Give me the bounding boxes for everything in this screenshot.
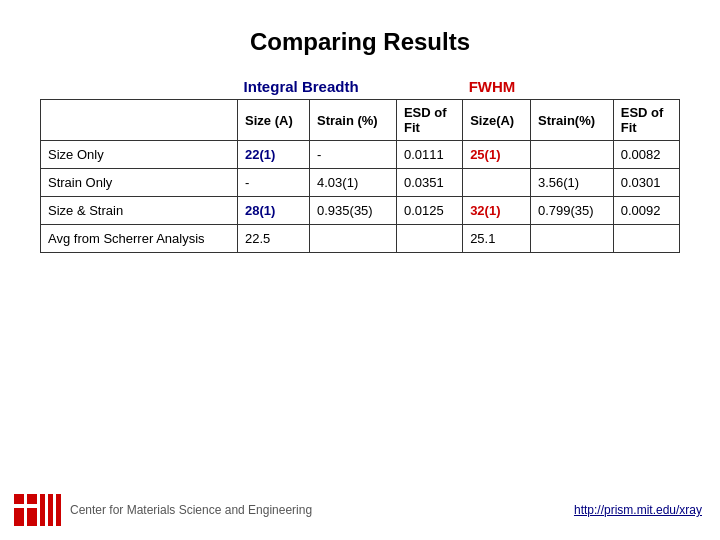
col-header-esd-fit: ESD ofFit	[396, 100, 462, 141]
cell-strain-fwhm-2: 0.799(35)	[530, 197, 613, 225]
group-header-row: Integral Breadth FWHM	[41, 74, 680, 100]
col-header-label	[41, 100, 238, 141]
cell-size-fwhm-0: 25(1)	[463, 141, 531, 169]
svg-rect-2	[40, 494, 45, 526]
footer: Center for Materials Science and Enginee…	[0, 494, 720, 526]
svg-rect-1	[27, 494, 37, 526]
cell-strain-1: 4.03(1)	[310, 169, 397, 197]
svg-rect-6	[27, 504, 37, 508]
row-label-size-only: Size Only	[41, 141, 238, 169]
cell-esd-fwhm-2: 0.0092	[613, 197, 679, 225]
cell-size-a-0: 22(1)	[238, 141, 310, 169]
col-header-size-a: Size (A)	[238, 100, 310, 141]
svg-rect-0	[14, 494, 24, 526]
cell-strain-2: 0.935(35)	[310, 197, 397, 225]
footer-org-text: Center for Materials Science and Enginee…	[70, 503, 312, 517]
cell-size-a-2: 28(1)	[238, 197, 310, 225]
svg-rect-3	[48, 494, 53, 526]
empty-cell-0	[41, 74, 238, 100]
table-row: Size & Strain 28(1) 0.935(35) 0.0125 32(…	[41, 197, 680, 225]
integral-breadth-header: Integral Breadth	[238, 74, 463, 100]
row-label-size-strain: Size & Strain	[41, 197, 238, 225]
col-header-strain-pct-fwhm: Strain(%)	[530, 100, 613, 141]
col-header-size-a-fwhm: Size(A)	[463, 100, 531, 141]
cell-esd-2: 0.0125	[396, 197, 462, 225]
page-title: Comparing Results	[0, 0, 720, 74]
cell-size-a-3: 22.5	[238, 225, 310, 253]
col-header-row: Size (A) Strain (%) ESD ofFit Size(A) St…	[41, 100, 680, 141]
footer-link[interactable]: http://prism.mit.edu/xray	[574, 503, 702, 517]
row-label-avg: Avg from Scherrer Analysis	[41, 225, 238, 253]
cell-size-fwhm-1	[463, 169, 531, 197]
cell-size-fwhm-2: 32(1)	[463, 197, 531, 225]
cell-size-a-1: -	[238, 169, 310, 197]
cell-esd-fwhm-0: 0.0082	[613, 141, 679, 169]
table-row: Avg from Scherrer Analysis 22.5 25.1	[41, 225, 680, 253]
table-row: Strain Only - 4.03(1) 0.0351 3.56(1) 0.0…	[41, 169, 680, 197]
col-header-esd-fit-fwhm: ESD ofFit	[613, 100, 679, 141]
col-header-strain-pct: Strain (%)	[310, 100, 397, 141]
svg-rect-4	[56, 494, 61, 526]
cell-strain-0: -	[310, 141, 397, 169]
cell-esd-3	[396, 225, 462, 253]
table-container: Integral Breadth FWHM Size (A) Strain (%…	[0, 74, 720, 253]
cell-esd-fwhm-3	[613, 225, 679, 253]
fwhm-header: FWHM	[463, 74, 680, 100]
svg-rect-5	[14, 504, 24, 508]
table-row: Size Only 22(1) - 0.0111 25(1) 0.0082	[41, 141, 680, 169]
cell-strain-fwhm-1: 3.56(1)	[530, 169, 613, 197]
cell-strain-3	[310, 225, 397, 253]
mit-logo-icon	[14, 494, 62, 526]
cell-esd-1: 0.0351	[396, 169, 462, 197]
cell-size-fwhm-3: 25.1	[463, 225, 531, 253]
cell-esd-fwhm-1: 0.0301	[613, 169, 679, 197]
row-label-strain-only: Strain Only	[41, 169, 238, 197]
results-table: Integral Breadth FWHM Size (A) Strain (%…	[40, 74, 680, 253]
cell-esd-0: 0.0111	[396, 141, 462, 169]
cell-strain-fwhm-0	[530, 141, 613, 169]
footer-logo: Center for Materials Science and Enginee…	[14, 494, 312, 526]
cell-strain-fwhm-3	[530, 225, 613, 253]
